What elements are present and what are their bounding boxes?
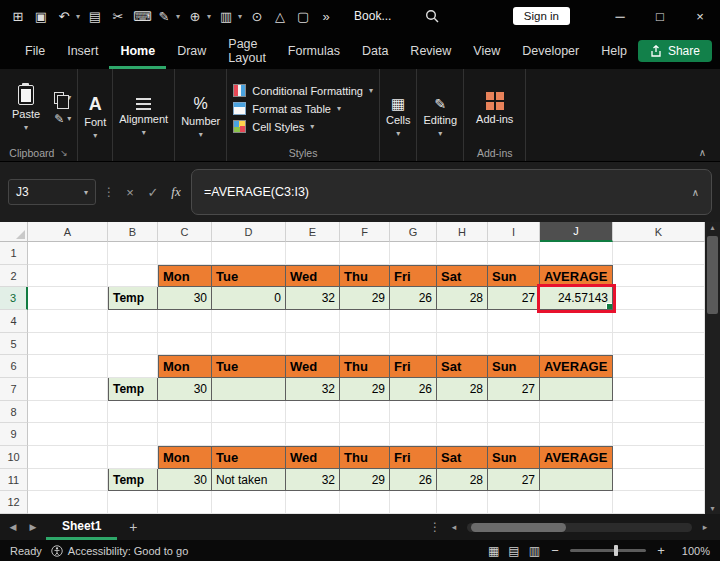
cell-H12[interactable] (437, 491, 488, 514)
cell-D8[interactable] (212, 401, 286, 424)
cell-F11[interactable]: 29 (340, 469, 390, 492)
cell-C3[interactable]: 30 (158, 287, 212, 310)
cell-D6[interactable]: Tue (212, 355, 286, 378)
paste-button[interactable]: Paste ▾ (6, 83, 46, 134)
cell-J8[interactable] (540, 401, 613, 424)
cell-A4[interactable] (28, 310, 108, 333)
cell-K3[interactable] (613, 287, 705, 310)
accessibility-status[interactable]: Accessibility: Good to go (51, 545, 188, 557)
row-header-12[interactable]: 12 (0, 491, 28, 514)
cell-J7[interactable] (540, 378, 613, 401)
row-header-10[interactable]: 10 (0, 446, 28, 469)
keyboard-icon[interactable]: ⌨ (133, 9, 149, 24)
cell-I8[interactable] (488, 401, 540, 424)
cell-H1[interactable] (437, 242, 488, 265)
search-icon[interactable] (425, 9, 439, 23)
camera-icon[interactable]: ▢ (295, 9, 311, 24)
cell-D12[interactable] (212, 491, 286, 514)
collapse-ribbon-icon[interactable]: ∧ (699, 147, 706, 158)
cell-B7[interactable]: Temp (108, 378, 158, 401)
zoom-slider[interactable] (570, 549, 646, 552)
cell-J4[interactable] (540, 310, 613, 333)
cell-F6[interactable]: Thu (340, 355, 390, 378)
select-all-corner[interactable] (0, 222, 28, 242)
cell-D3[interactable]: 0 (212, 287, 286, 310)
more-commands-icon[interactable]: » (318, 9, 334, 24)
cell-D10[interactable]: Tue (212, 446, 286, 469)
cell-E3[interactable]: 32 (286, 287, 340, 310)
cell-B12[interactable] (108, 491, 158, 514)
cell-H6[interactable]: Sat (437, 355, 488, 378)
cell-A5[interactable] (28, 333, 108, 356)
cell-G6[interactable]: Fri (390, 355, 437, 378)
cell-I3[interactable]: 27 (488, 287, 540, 310)
scroll-up-icon[interactable]: ▴ (705, 223, 720, 232)
cell-F4[interactable] (340, 310, 390, 333)
app-launcher-icon[interactable]: ⊞ (10, 9, 26, 24)
cell-I1[interactable] (488, 242, 540, 265)
menu-tab-review[interactable]: Review (399, 32, 462, 69)
cell-G8[interactable] (390, 401, 437, 424)
cell-E12[interactable] (286, 491, 340, 514)
cell-B5[interactable] (108, 333, 158, 356)
vertical-scroll-thumb[interactable] (707, 236, 718, 314)
chevron-down-icon[interactable]: ▾ (76, 12, 80, 21)
ruler-icon[interactable]: △ (272, 9, 288, 24)
page-layout-view-icon[interactable]: ▤ (508, 544, 519, 558)
menu-tab-data[interactable]: Data (351, 32, 399, 69)
menu-tab-formulas[interactable]: Formulas (277, 32, 351, 69)
cell-J6[interactable]: AVERAGE (540, 355, 613, 378)
minimize-button[interactable]: ─ (600, 0, 640, 32)
cell-D2[interactable]: Tue (212, 265, 286, 288)
cell-H11[interactable]: 28 (437, 469, 488, 492)
cell-A8[interactable] (28, 401, 108, 424)
cell-C4[interactable] (158, 310, 212, 333)
menu-tab-file[interactable]: File (14, 32, 56, 69)
cell-H8[interactable] (437, 401, 488, 424)
cell-E4[interactable] (286, 310, 340, 333)
cell-J9[interactable] (540, 423, 613, 446)
cell-B8[interactable] (108, 401, 158, 424)
cell-I9[interactable] (488, 423, 540, 446)
sheet-bar-more-icon[interactable]: ⋮ (429, 520, 441, 534)
pin-icon[interactable]: ⊙ (249, 9, 265, 24)
cell-E6[interactable]: Wed (286, 355, 340, 378)
cell-B11[interactable]: Temp (108, 469, 158, 492)
cell-C2[interactable]: Mon (158, 265, 212, 288)
cell-H3[interactable]: 28 (437, 287, 488, 310)
zoom-in-button[interactable]: + (655, 543, 667, 558)
cell-K11[interactable] (613, 469, 705, 492)
cell-K6[interactable] (613, 355, 705, 378)
share-button[interactable]: Share (638, 40, 712, 62)
column-header-C[interactable]: C (158, 222, 212, 242)
cell-H4[interactable] (437, 310, 488, 333)
cell-C1[interactable] (158, 242, 212, 265)
insert-function-button[interactable]: fx (168, 184, 184, 200)
scroll-down-icon[interactable]: ▾ (705, 504, 720, 513)
cell-A3[interactable] (28, 287, 108, 310)
column-header-D[interactable]: D (212, 222, 286, 242)
alignment-group[interactable]: Alignment ▾ (113, 69, 175, 161)
cell-B6[interactable] (108, 355, 158, 378)
chevron-down-icon[interactable]: ▾ (238, 12, 242, 21)
cell-H5[interactable] (437, 333, 488, 356)
copy-button[interactable]: ▾ (54, 92, 71, 104)
sheet-nav-left-icon[interactable]: ◀ (6, 522, 20, 532)
cell-B4[interactable] (108, 310, 158, 333)
cell-J11[interactable] (540, 469, 613, 492)
conditional-formatting-button[interactable]: Conditional Formatting ▾ (233, 84, 373, 97)
cell-G2[interactable]: Fri (390, 265, 437, 288)
cell-C12[interactable] (158, 491, 212, 514)
row-header-2[interactable]: 2 (0, 265, 28, 288)
cell-J2[interactable]: AVERAGE (540, 265, 613, 288)
workbook-icon[interactable]: ▤ (87, 9, 103, 24)
cell-C7[interactable]: 30 (158, 378, 212, 401)
cell-H2[interactable]: Sat (437, 265, 488, 288)
dialog-launcher-icon[interactable]: ↘ (60, 148, 68, 158)
cell-H10[interactable]: Sat (437, 446, 488, 469)
cell-J1[interactable] (540, 242, 613, 265)
enter-button[interactable]: ✓ (145, 185, 161, 200)
row-header-8[interactable]: 8 (0, 401, 28, 424)
cell-A9[interactable] (28, 423, 108, 446)
cell-K5[interactable] (613, 333, 705, 356)
